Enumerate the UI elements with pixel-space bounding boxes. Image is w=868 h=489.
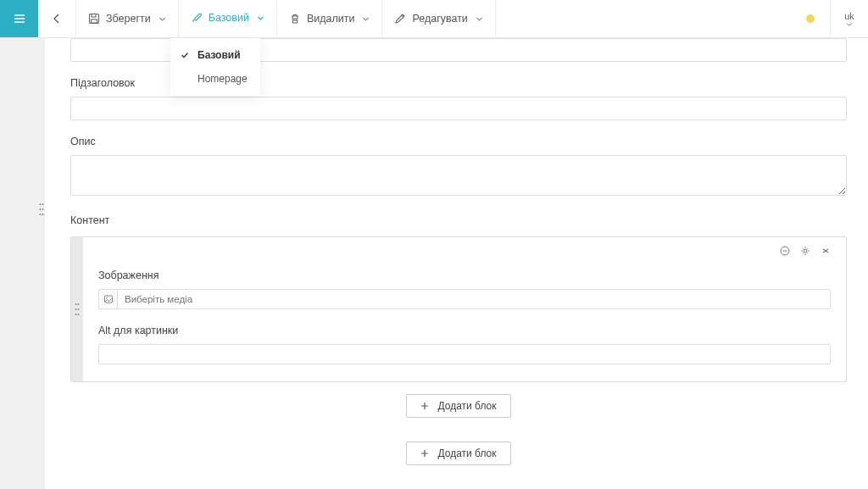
save-icon <box>88 13 100 25</box>
status-indicator <box>806 14 815 23</box>
add-block-label: Додати блок <box>437 447 496 459</box>
content-block: Зображення Alt для картинки <box>70 236 847 382</box>
image-label: Зображення <box>98 270 831 281</box>
drag-handle-icon <box>75 302 80 317</box>
toolbar-spacer <box>496 0 806 37</box>
block-remove-button[interactable] <box>780 246 790 256</box>
svg-point-14 <box>78 314 80 315</box>
gear-icon <box>800 246 810 256</box>
back-button[interactable] <box>38 0 76 37</box>
locale-switcher[interactable]: uk <box>830 0 868 37</box>
edit-label: Редагувати <box>412 13 467 25</box>
collapse-icon <box>821 246 831 256</box>
add-block-button-outer[interactable]: Додати блок <box>406 442 510 465</box>
subtitle-input[interactable] <box>70 97 847 120</box>
locale-label: uk <box>844 11 854 21</box>
minus-circle-icon <box>780 246 790 256</box>
basic-button[interactable]: Базовий <box>179 0 277 37</box>
basic-label: Базовий <box>209 12 249 24</box>
svg-point-6 <box>42 208 44 210</box>
page-container: Підзаголовок Опис Контент <box>38 0 868 489</box>
dropdown-item-label: Базовий <box>198 49 241 61</box>
svg-point-10 <box>78 303 80 305</box>
edit-button[interactable]: Редагувати <box>382 0 495 37</box>
alt-label: Alt для картинки <box>98 325 831 336</box>
svg-rect-1 <box>92 14 96 18</box>
svg-point-5 <box>40 208 42 210</box>
svg-point-4 <box>42 203 44 205</box>
media-picker-button[interactable] <box>98 289 117 309</box>
svg-point-18 <box>106 297 108 299</box>
pencil-icon <box>394 13 406 25</box>
dropdown-item-basic[interactable]: Базовий <box>170 43 260 67</box>
chevron-down-icon <box>362 15 370 23</box>
save-button[interactable]: Зберегти <box>76 0 179 37</box>
svg-point-13 <box>75 314 77 315</box>
dropdown-item-label: Homepage <box>198 73 248 85</box>
add-block-button-inner[interactable]: Додати блок <box>406 394 510 418</box>
chevron-left-icon <box>51 13 63 25</box>
svg-point-9 <box>75 303 77 305</box>
chevron-down-icon <box>257 14 264 22</box>
svg-point-16 <box>804 249 807 253</box>
plus-icon <box>420 402 429 410</box>
plus-icon <box>420 449 429 458</box>
description-input[interactable] <box>70 155 847 196</box>
add-block-label: Додати блок <box>437 400 496 412</box>
svg-point-8 <box>42 214 44 215</box>
delete-label: Видалити <box>307 13 355 25</box>
svg-point-12 <box>78 308 80 310</box>
image-icon <box>103 294 114 304</box>
chevron-down-icon <box>846 22 853 27</box>
block-settings-button[interactable] <box>800 246 810 256</box>
dropdown-item-homepage[interactable]: Homepage <box>170 67 260 91</box>
basic-dropdown: Базовий Homepage <box>170 38 260 96</box>
check-icon <box>181 51 189 59</box>
save-label: Зберегти <box>106 13 151 25</box>
chevron-down-icon <box>476 15 483 23</box>
delete-button[interactable]: Видалити <box>277 0 383 37</box>
block-actions <box>780 246 831 256</box>
form-panel: Підзаголовок Опис Контент <box>45 38 868 489</box>
svg-point-7 <box>40 214 42 215</box>
svg-point-3 <box>40 203 42 205</box>
trash-icon <box>289 13 301 25</box>
drag-handle-icon <box>39 202 44 217</box>
block-drag-handle[interactable] <box>71 237 83 381</box>
media-input[interactable] <box>117 289 831 309</box>
chevron-down-icon <box>159 15 166 23</box>
panel-drag-handle[interactable] <box>38 199 45 219</box>
menu-button[interactable] <box>0 0 38 37</box>
topbar: Зберегти Базовий Видалити Редагувати uk <box>0 0 868 38</box>
brush-icon <box>191 12 203 24</box>
content-label: Контент <box>70 214 847 226</box>
hamburger-icon <box>13 12 26 25</box>
block-collapse-button[interactable] <box>821 246 831 256</box>
alt-input[interactable] <box>98 344 831 364</box>
svg-rect-2 <box>92 19 97 23</box>
description-label: Опис <box>70 136 847 147</box>
svg-point-11 <box>75 308 77 310</box>
